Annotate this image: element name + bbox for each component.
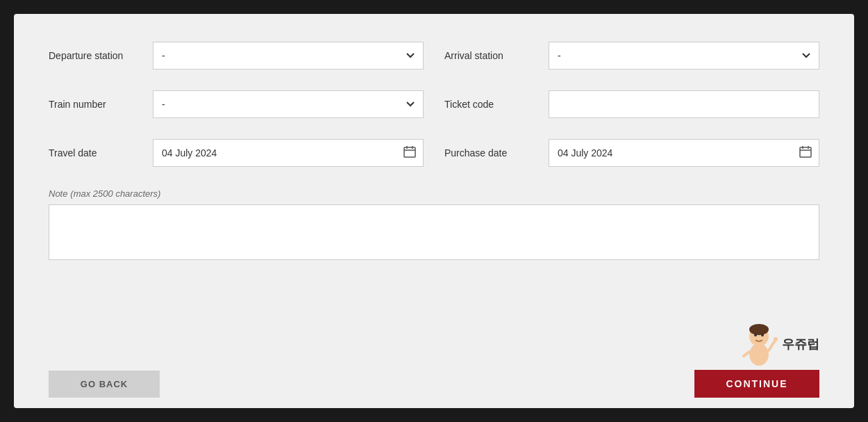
travel-date-input-wrapper xyxy=(153,139,424,167)
svg-point-15 xyxy=(774,337,778,341)
purchase-date-input[interactable] xyxy=(549,139,819,167)
travel-date-input[interactable] xyxy=(153,139,424,167)
go-back-button[interactable]: GO BACK xyxy=(49,371,160,398)
train-number-group: Train number - xyxy=(49,90,424,118)
arrival-station-group: Arrival station - xyxy=(444,42,819,70)
departure-station-label: Departure station xyxy=(49,50,139,61)
svg-point-12 xyxy=(761,334,764,336)
departure-station-wrapper: - xyxy=(153,42,424,70)
row-dates: Travel date xyxy=(49,139,819,167)
train-number-select[interactable]: - xyxy=(153,90,424,118)
row-train-ticket: Train number - Ticket code xyxy=(49,90,819,118)
travel-date-label: Travel date xyxy=(49,147,139,159)
svg-line-13 xyxy=(769,341,775,350)
note-section: Note (max 2500 characters) xyxy=(49,188,819,263)
travel-date-wrapper xyxy=(153,139,424,167)
mascot-figure xyxy=(740,321,778,366)
purchase-date-label: Purchase date xyxy=(444,147,535,159)
footer-bar: GO BACK CONTINUE xyxy=(49,359,819,408)
purchase-date-input-wrapper xyxy=(549,139,819,167)
continue-button[interactable]: CONTINUE xyxy=(694,370,819,398)
svg-line-14 xyxy=(744,352,749,356)
note-textarea[interactable] xyxy=(49,204,819,260)
form-area: Departure station - Arrival station - xyxy=(49,42,819,359)
arrival-station-wrapper: - xyxy=(549,42,819,70)
row-stations: Departure station - Arrival station - xyxy=(49,42,819,70)
main-container: Departure station - Arrival station - xyxy=(14,14,854,408)
departure-station-group: Departure station - xyxy=(49,42,424,70)
arrival-station-label: Arrival station xyxy=(444,50,535,61)
ticket-code-wrapper xyxy=(549,90,819,118)
svg-point-11 xyxy=(754,334,757,336)
note-label: Note (max 2500 characters) xyxy=(49,188,819,199)
arrival-station-select[interactable]: - xyxy=(549,42,819,70)
departure-station-select[interactable]: - xyxy=(153,42,424,70)
svg-point-8 xyxy=(749,343,769,366)
purchase-date-wrapper xyxy=(549,139,819,167)
travel-date-group: Travel date xyxy=(49,139,424,167)
ticket-code-group: Ticket code xyxy=(444,90,819,118)
svg-point-10 xyxy=(749,324,769,335)
ticket-code-input[interactable] xyxy=(549,90,819,118)
mascot-text: 우쥬럽 xyxy=(782,336,819,352)
purchase-date-group: Purchase date xyxy=(444,139,819,167)
train-number-wrapper: - xyxy=(153,90,424,118)
train-number-label: Train number xyxy=(49,99,139,110)
mascot-area: 우쥬럽 xyxy=(740,321,819,366)
ticket-code-label: Ticket code xyxy=(444,99,535,110)
